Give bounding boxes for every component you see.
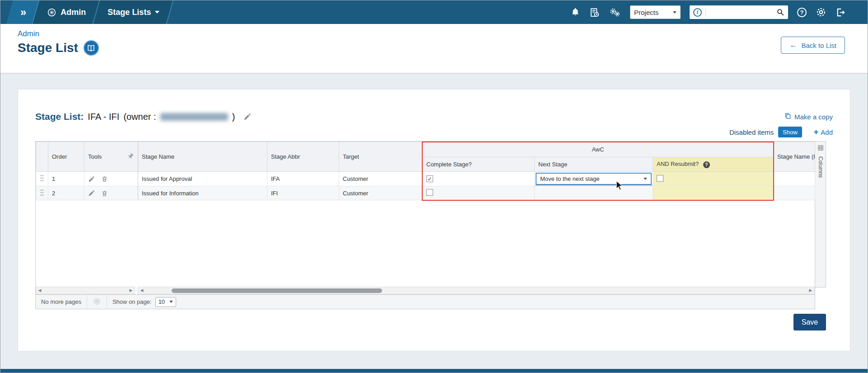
- stage-table-area: Order Tools: [35, 141, 826, 309]
- delete-row-trash-icon[interactable]: [101, 190, 108, 197]
- main-scrollbar: ◀ ▶: [138, 287, 815, 294]
- double-chevron-icon: »: [20, 6, 25, 19]
- scrollbar-track: [43, 287, 127, 294]
- and-resubmit-cell: [653, 186, 774, 200]
- stage-name-r-cell: [774, 172, 815, 186]
- topbar-actions: Projects i ?: [570, 0, 868, 24]
- global-search: i: [690, 5, 788, 19]
- scroll-left-arrow[interactable]: ◀: [138, 287, 145, 294]
- table-row: 2: [36, 186, 815, 200]
- page-header: Admin Stage List ← Back to List: [0, 24, 868, 73]
- scroll-right-arrow[interactable]: ▶: [127, 287, 135, 294]
- save-button[interactable]: Save: [793, 314, 826, 331]
- stage-name-cell: Issued for Approval: [138, 172, 267, 186]
- complete-stage-column-header: Complete Stage?: [423, 157, 535, 172]
- breadcrumb-admin[interactable]: Admin: [36, 0, 97, 24]
- bottom-accent-bar: [0, 369, 868, 373]
- stage-abbr-column-header: Stage Abbr: [267, 142, 339, 172]
- complete-stage-cell: [423, 186, 535, 200]
- left-arrow-icon: ←: [789, 41, 797, 50]
- grid-icon: [817, 145, 824, 153]
- tools-cell: [84, 186, 138, 200]
- back-to-list-button[interactable]: ← Back to List: [781, 37, 845, 54]
- search-icon[interactable]: [776, 8, 784, 16]
- documentation-book-icon[interactable]: [84, 40, 99, 56]
- breadcrumb: » Admin Stage Lists: [0, 0, 170, 24]
- refresh-gear-icon[interactable]: [93, 297, 101, 307]
- awc-group-header: AwC: [423, 142, 774, 157]
- pin-icon[interactable]: [128, 153, 134, 161]
- panel-title: Stage List: IFA - IFI (owner : ): [35, 111, 252, 122]
- stage-abbr-cell: IFI: [267, 186, 339, 200]
- next-stage-cell: Move to the next stage Move to the next …: [535, 172, 653, 186]
- owner-name-redacted: [160, 113, 228, 121]
- show-on-page-label: Show on page:: [112, 298, 152, 305]
- copy-icon: [784, 113, 791, 121]
- show-disabled-button[interactable]: Show: [778, 127, 802, 137]
- info-icon[interactable]: i: [693, 8, 702, 17]
- scroll-left-arrow[interactable]: ◀: [36, 287, 43, 294]
- notifications-bell-icon[interactable]: [570, 7, 580, 17]
- app-window: » Admin Stage Lists: [0, 0, 868, 373]
- make-a-copy-link[interactable]: Make a copy: [784, 113, 833, 121]
- drag-handle[interactable]: [36, 186, 48, 200]
- search-input[interactable]: [709, 9, 773, 16]
- stage-name-r-cell: [774, 186, 815, 200]
- and-resubmit-cell: [653, 172, 774, 186]
- edit-row-pencil-icon[interactable]: [88, 175, 95, 183]
- projects-select[interactable]: Projects: [630, 5, 681, 19]
- breadcrumb-stage-lists[interactable]: Stage Lists: [97, 0, 170, 24]
- horizontal-scrollbars: ◀ ▶ ◀ ▶: [36, 287, 815, 294]
- breadcrumb-admin-link[interactable]: Admin: [18, 29, 99, 38]
- admin-gear-icon: [47, 8, 56, 17]
- plus-icon: +: [814, 127, 819, 137]
- logout-icon[interactable]: [835, 7, 846, 18]
- target-cell: Customer: [339, 186, 423, 200]
- disabled-items-label: Disabled items: [729, 128, 774, 136]
- chevron-down-icon: [155, 11, 159, 14]
- stage-list-panel: Stage List: IFA - IFI (owner : ): [18, 89, 850, 351]
- topbar: » Admin Stage Lists: [0, 0, 868, 24]
- delete-row-trash-icon[interactable]: [101, 175, 108, 182]
- order-cell: 2: [48, 186, 84, 200]
- order-column-header: Order: [48, 142, 84, 172]
- divider: [705, 8, 706, 16]
- next-stage-column-header: Next Stage: [535, 157, 653, 172]
- stage-list-name: IFA - IFI: [88, 112, 119, 122]
- edit-title-pencil-icon[interactable]: [243, 113, 252, 121]
- drag-handle[interactable]: [36, 172, 48, 186]
- complete-stage-checkbox[interactable]: [426, 189, 433, 196]
- scrollbar-track: [145, 287, 807, 294]
- page-size-select[interactable]: 10: [155, 297, 176, 307]
- tools-cell: [84, 172, 138, 186]
- and-resubmit-column-header: AND Resubmit? ?: [653, 157, 774, 172]
- report-schedule-icon[interactable]: [589, 7, 600, 18]
- order-cell: 1: [48, 172, 84, 186]
- scrollbar-thumb[interactable]: [172, 288, 382, 293]
- tools-column-header: Tools: [84, 142, 138, 172]
- stage-name-cell: Issued for Information: [138, 186, 267, 200]
- add-stage-button[interactable]: + Add: [814, 127, 833, 137]
- automation-gears-icon[interactable]: [609, 7, 621, 18]
- table-row: 1: [36, 172, 815, 186]
- settings-gear-icon[interactable]: [816, 7, 826, 18]
- chevron-down-icon: [169, 301, 173, 303]
- help-icon[interactable]: ?: [797, 8, 807, 17]
- help-icon[interactable]: ?: [703, 161, 710, 168]
- target-cell: Customer: [339, 172, 423, 186]
- and-resubmit-checkbox[interactable]: [657, 175, 663, 182]
- next-stage-select[interactable]: Move to the next stage: [536, 173, 652, 185]
- complete-stage-cell: ✓: [423, 172, 535, 186]
- target-column-header: Target: [339, 142, 423, 172]
- complete-stage-checkbox[interactable]: ✓: [426, 175, 433, 182]
- drag-column-header: [36, 142, 48, 172]
- columns-picker-tab[interactable]: Columns: [815, 141, 826, 288]
- no-more-pages-label: No more pages: [41, 298, 81, 305]
- stage-name-r-column-header: Stage Name (R: [774, 142, 815, 172]
- chevron-down-icon: [673, 11, 677, 14]
- stage-name-column-header: Stage Name: [138, 142, 267, 172]
- main-content: Stage List: IFA - IFI (owner : ): [0, 73, 868, 351]
- scroll-right-arrow[interactable]: ▶: [807, 287, 814, 294]
- edit-row-pencil-icon[interactable]: [88, 189, 95, 197]
- expand-menu-button[interactable]: »: [9, 0, 36, 24]
